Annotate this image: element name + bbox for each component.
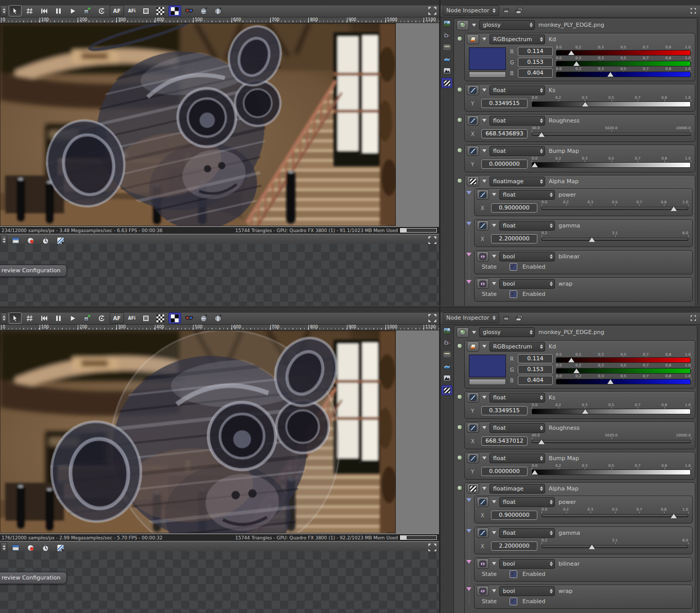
select-spinner-icon[interactable] xyxy=(550,282,553,286)
export-image-icon[interactable] xyxy=(81,5,94,16)
render-view[interactable] xyxy=(0,330,439,534)
value-slider[interactable]: 0.00.20.30.50.70.81.0 xyxy=(556,353,691,363)
refresh-icon[interactable] xyxy=(95,312,108,324)
slider-track[interactable] xyxy=(556,379,691,384)
collapse-triangle-icon[interactable] xyxy=(492,255,496,258)
dock-icon[interactable] xyxy=(502,7,512,14)
channel-value-field[interactable]: 0.114 xyxy=(518,354,553,363)
collapse-triangle-icon[interactable] xyxy=(482,457,486,460)
node-type-select[interactable]: float xyxy=(489,146,545,156)
slider-handle[interactable] xyxy=(573,61,580,66)
color-swatch-icon[interactable] xyxy=(467,341,479,352)
color-swatch-icon[interactable] xyxy=(467,34,479,44)
viewport-expand-button[interactable] xyxy=(428,6,437,15)
node-type-select[interactable]: float xyxy=(489,423,545,433)
channel-value-field[interactable]: 0.404 xyxy=(518,376,553,385)
channel-value-field[interactable]: 0.153 xyxy=(518,365,553,374)
checker-coarse-icon[interactable] xyxy=(168,312,181,324)
play-icon[interactable] xyxy=(66,312,79,324)
preview-configuration-node[interactable]: review Configuration xyxy=(0,572,67,584)
preview-configuration-node[interactable]: review Configuration xyxy=(0,265,67,277)
collapse-triangle-icon[interactable] xyxy=(492,589,496,592)
slider-handle[interactable] xyxy=(582,102,588,107)
value-slider[interactable]: 0.23.16.0 xyxy=(541,231,688,243)
bool-icon[interactable] xyxy=(477,251,489,261)
image-tab-icon[interactable] xyxy=(442,326,452,335)
sphere-ccw-icon[interactable] xyxy=(212,5,224,16)
select-spinner-icon[interactable] xyxy=(540,149,543,153)
slider-track[interactable] xyxy=(532,101,691,107)
anaglyph-icon[interactable] xyxy=(183,312,196,324)
node-type-select[interactable]: float xyxy=(489,85,545,95)
collapse-triangle-icon[interactable] xyxy=(492,562,496,565)
slider-track[interactable] xyxy=(532,409,691,414)
bool-icon[interactable] xyxy=(477,278,489,289)
slider-handle[interactable] xyxy=(532,470,538,475)
value-slider[interactable]: 0.00.20.30.50.70.81.0 xyxy=(532,156,691,169)
refresh-icon[interactable] xyxy=(95,5,108,16)
slider-track[interactable] xyxy=(532,469,691,475)
slider-handle[interactable] xyxy=(589,237,595,242)
select-spinner-icon[interactable] xyxy=(550,254,553,259)
afi-button[interactable]: AFi xyxy=(126,312,138,324)
play-icon[interactable] xyxy=(66,5,79,16)
slider-track[interactable] xyxy=(541,207,688,210)
node-inspector-title-dropdown[interactable]: Node Inspector xyxy=(443,312,499,323)
value-field[interactable]: 0.0000000 xyxy=(481,467,528,476)
node-type-select[interactable]: float xyxy=(499,190,555,200)
value-slider[interactable]: 0.00.20.30.50.70.81.0 xyxy=(532,96,691,108)
slider-track[interactable] xyxy=(556,72,691,77)
curve-icon[interactable] xyxy=(467,146,479,156)
slider-track[interactable] xyxy=(556,357,691,363)
collapse-triangle-icon[interactable] xyxy=(492,531,496,534)
node-type-select[interactable]: float xyxy=(489,116,545,126)
select-spinner-icon[interactable] xyxy=(550,192,553,197)
select-spinner-icon[interactable] xyxy=(550,223,553,228)
collapse-triangle-icon[interactable] xyxy=(482,487,486,490)
slider-handle[interactable] xyxy=(671,514,677,518)
channel-value-field[interactable]: 0.153 xyxy=(518,58,553,67)
sphere-cw-icon[interactable] xyxy=(197,5,210,16)
slider-handle[interactable] xyxy=(568,358,574,362)
checker-fine-icon[interactable] xyxy=(154,312,167,324)
curve-icon[interactable] xyxy=(477,497,489,507)
node-type-select[interactable]: glossy xyxy=(479,327,535,337)
node-type-select[interactable]: floatimage xyxy=(489,177,545,186)
float-window-icon[interactable] xyxy=(515,314,524,322)
value-slider[interactable]: 0.00.20.30.50.70.81.0 xyxy=(556,56,691,67)
value-slider[interactable]: 0.00.20.30.50.70.81.0 xyxy=(541,200,688,213)
node-type-select[interactable]: glossy xyxy=(479,20,535,30)
node-type-select[interactable]: float xyxy=(489,393,545,402)
environment-tab-icon[interactable] xyxy=(442,361,452,371)
select-spinner-icon[interactable] xyxy=(540,37,543,42)
skip-start-icon[interactable] xyxy=(38,312,50,324)
curve-icon[interactable] xyxy=(477,189,489,200)
curve-icon[interactable] xyxy=(477,220,489,231)
value-field[interactable]: 2.2000000 xyxy=(491,234,537,243)
collapse-triangle-icon[interactable] xyxy=(492,193,496,196)
region-icon[interactable] xyxy=(139,5,152,16)
value-field[interactable]: 0.9000000 xyxy=(491,511,537,520)
value-slider[interactable]: 0.00.20.30.50.70.81.0 xyxy=(556,67,691,78)
select-spinner-icon[interactable] xyxy=(540,344,543,349)
color-swatch[interactable] xyxy=(469,355,506,377)
afi-button[interactable]: AFi xyxy=(126,5,138,16)
af-button[interactable]: AF xyxy=(110,312,124,324)
nodegraph-canvas[interactable]: review Configuration xyxy=(0,551,439,613)
select-spinner-icon[interactable] xyxy=(530,330,533,335)
select-spinner-icon[interactable] xyxy=(540,88,543,93)
curve-icon[interactable] xyxy=(477,528,489,538)
node-type-select[interactable]: float xyxy=(499,497,555,507)
viewport-spinner[interactable] xyxy=(1,312,7,324)
inspector-expand-button[interactable] xyxy=(689,314,698,322)
panel-spinner-icon[interactable] xyxy=(493,8,496,13)
collapse-triangle-icon[interactable] xyxy=(492,282,496,285)
slider-handle[interactable] xyxy=(568,50,574,55)
mountain-tab-icon[interactable] xyxy=(442,66,452,75)
node-type-select[interactable]: floatimage xyxy=(489,484,545,494)
select-spinner-icon[interactable] xyxy=(540,426,543,430)
nodegraph-canvas[interactable]: review Configuration xyxy=(0,244,439,306)
select-spinner-icon[interactable] xyxy=(540,179,543,184)
color-swatch[interactable] xyxy=(469,47,506,70)
panel-spinner-icon[interactable] xyxy=(493,316,496,320)
